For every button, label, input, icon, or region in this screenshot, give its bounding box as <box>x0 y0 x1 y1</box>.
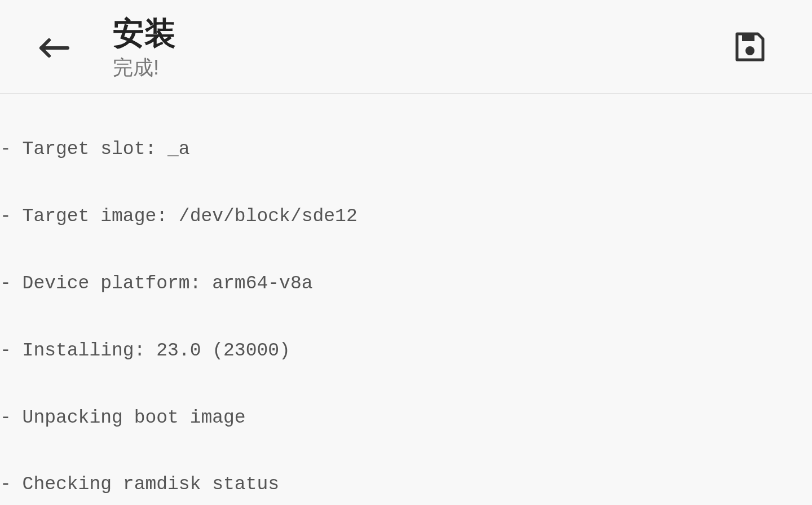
log-output: - Target slot: _a - Target image: /dev/b… <box>0 94 812 505</box>
save-icon <box>734 31 766 63</box>
log-line: - Target slot: _a <box>0 138 812 161</box>
arrow-left-icon <box>37 37 70 59</box>
page-subtitle: 完成! <box>113 54 176 82</box>
log-line: - Checking ramdisk status <box>0 473 812 496</box>
back-button[interactable] <box>34 28 73 68</box>
log-line: - Device platform: arm64-v8a <box>0 273 812 295</box>
svg-rect-1 <box>742 34 754 41</box>
title-group: 安装 完成! <box>113 14 176 82</box>
log-line: - Unpacking boot image <box>0 407 812 429</box>
save-button[interactable] <box>733 30 767 64</box>
header: 安装 完成! <box>0 0 812 94</box>
svg-point-2 <box>745 46 754 55</box>
log-line: - Target image: /dev/block/sde12 <box>0 205 812 228</box>
page-title: 安装 <box>113 14 176 52</box>
log-line: - Installing: 23.0 (23000) <box>0 340 812 362</box>
